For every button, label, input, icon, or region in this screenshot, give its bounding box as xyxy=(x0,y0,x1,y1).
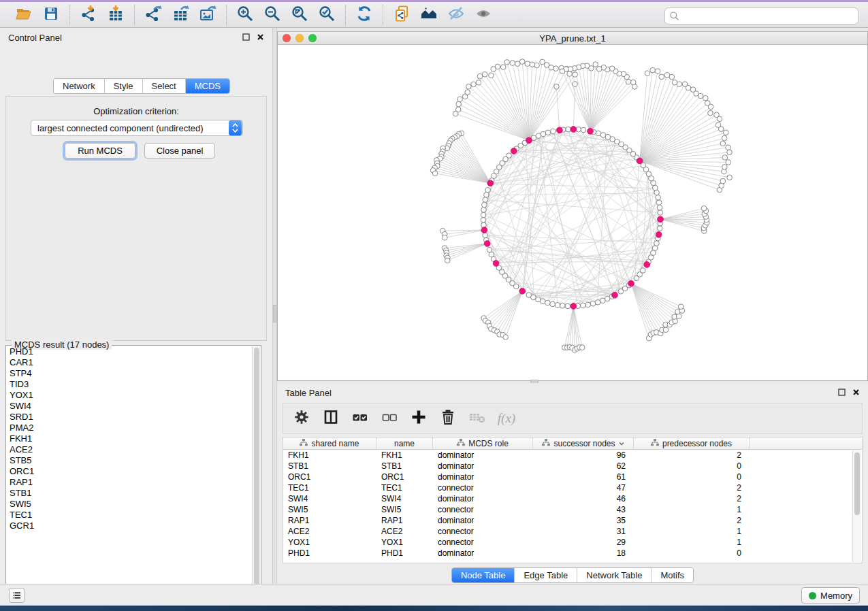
add-column-button[interactable] xyxy=(410,410,428,427)
first-neighbors-button[interactable] xyxy=(419,5,439,25)
import-network-button[interactable] xyxy=(78,5,99,25)
result-list-item[interactable]: RAP1 xyxy=(7,477,252,488)
table-cell[interactable]: 1 xyxy=(634,537,750,548)
result-list-item[interactable]: STB1 xyxy=(7,488,252,499)
copy-share-button[interactable] xyxy=(391,5,412,25)
table-cell[interactable]: ACE2 xyxy=(376,526,433,537)
table-row[interactable]: ACE2ACE2connector311 xyxy=(283,526,862,537)
table-cell[interactable]: dominator xyxy=(433,472,533,482)
tab-select[interactable]: Select xyxy=(142,79,185,93)
table-cell[interactable]: TEC1 xyxy=(283,482,376,493)
table-cell[interactable]: 96 xyxy=(533,450,634,461)
network-graph[interactable] xyxy=(278,45,867,380)
result-list-item[interactable]: SRD1 xyxy=(7,412,252,423)
table-cell[interactable]: 46 xyxy=(533,493,634,504)
table-cell[interactable]: 1 xyxy=(634,504,750,515)
result-list-item[interactable]: GCR1 xyxy=(7,521,252,531)
tab-network-table[interactable]: Network Table xyxy=(577,568,651,582)
table-cell[interactable]: 2 xyxy=(634,450,750,461)
result-list-item[interactable]: STB5 xyxy=(7,455,252,466)
tab-motifs[interactable]: Motifs xyxy=(651,568,693,582)
close-panel-icon[interactable] xyxy=(257,31,264,44)
table-row[interactable]: YOX1YOX1connector291 xyxy=(283,537,862,548)
table-cell[interactable]: SWI4 xyxy=(283,493,376,504)
table-cell[interactable]: SWI4 xyxy=(376,493,433,504)
table-cell[interactable]: dominator xyxy=(433,461,533,472)
delete-column-button[interactable] xyxy=(439,410,457,427)
table-cell[interactable]: 61 xyxy=(533,472,634,482)
table-cell[interactable]: 29 xyxy=(533,537,634,548)
tab-style[interactable]: Style xyxy=(104,79,142,93)
table-cell[interactable]: dominator xyxy=(433,515,533,526)
splitter-grip[interactable] xyxy=(273,305,276,323)
import-table-button[interactable] xyxy=(106,5,126,25)
export-table-button[interactable] xyxy=(170,5,191,25)
show-all-button[interactable] xyxy=(473,5,494,25)
table-cell[interactable]: dominator xyxy=(433,493,533,504)
float-panel-icon[interactable] xyxy=(242,31,250,44)
vertical-splitter[interactable] xyxy=(272,28,277,584)
network-canvas[interactable] xyxy=(278,45,867,380)
table-cell[interactable]: SWI5 xyxy=(283,504,376,515)
close-panel-button[interactable]: Close panel xyxy=(144,143,215,159)
refresh-button[interactable] xyxy=(354,5,374,25)
open-session-button[interactable] xyxy=(14,5,34,25)
result-list-scrollbar[interactable] xyxy=(252,346,260,597)
search-input[interactable] xyxy=(664,7,858,24)
table-cell[interactable]: RAP1 xyxy=(376,515,433,526)
result-list-item[interactable]: PHD1 xyxy=(7,346,252,357)
table-cell[interactable]: 2 xyxy=(634,493,750,504)
table-scrollbar[interactable] xyxy=(852,450,861,562)
export-network-button[interactable] xyxy=(143,5,163,25)
optimization-criterion-select[interactable]: largest connected component (undirected) xyxy=(31,120,243,136)
result-list-item[interactable]: ORC1 xyxy=(7,466,252,477)
table-cell[interactable]: 43 xyxy=(533,504,634,515)
table-cell[interactable]: connector xyxy=(433,537,533,548)
network-window-titlebar[interactable]: YPA_prune.txt_1 xyxy=(278,32,867,45)
column-header-name[interactable]: name xyxy=(376,437,433,449)
table-cell[interactable]: YOX1 xyxy=(283,537,376,548)
column-header-MCDS-role[interactable]: MCDS role xyxy=(433,437,533,449)
column-header-shared-name[interactable]: shared name xyxy=(283,437,376,449)
table-cell[interactable]: STB1 xyxy=(283,461,376,472)
zoom-fit-button[interactable] xyxy=(289,5,310,25)
table-cell[interactable]: 35 xyxy=(533,515,634,526)
column-header-predecessor-nodes[interactable]: predecessor nodes xyxy=(634,437,750,449)
table-cell[interactable]: PHD1 xyxy=(283,548,376,559)
tab-edge-table[interactable]: Edge Table xyxy=(514,568,577,582)
column-header-successor-nodes[interactable]: successor nodes xyxy=(533,437,634,449)
table-cell[interactable]: 1 xyxy=(634,526,750,537)
table-row[interactable]: SWI4SWI4dominator462 xyxy=(283,493,862,504)
table-row[interactable]: ORC1ORC1dominator610 xyxy=(283,472,862,482)
result-list-item[interactable]: STP4 xyxy=(7,368,252,379)
zoom-in-button[interactable] xyxy=(235,5,255,25)
memory-button[interactable]: Memory xyxy=(801,587,860,604)
result-list-item[interactable]: YOX1 xyxy=(7,390,252,401)
result-list-item[interactable]: ACE2 xyxy=(7,444,252,455)
table-cell[interactable]: SWI5 xyxy=(376,504,433,515)
table-cell[interactable]: YOX1 xyxy=(376,537,433,548)
table-row[interactable]: SWI5SWI5connector431 xyxy=(283,504,862,515)
gear-button[interactable] xyxy=(293,410,310,427)
table-cell[interactable]: 47 xyxy=(533,482,634,493)
table-cell[interactable]: dominator xyxy=(433,450,533,461)
table-cell[interactable]: 0 xyxy=(634,461,750,472)
tab-mcds[interactable]: MCDS xyxy=(185,79,229,93)
table-cell[interactable]: 31 xyxy=(533,526,634,537)
columns-button[interactable] xyxy=(322,410,340,427)
table-cell[interactable]: 18 xyxy=(533,548,634,559)
table-cell[interactable]: dominator xyxy=(433,548,533,559)
table-row[interactable]: STB1STB1dominator620 xyxy=(283,461,862,472)
tab-network[interactable]: Network xyxy=(54,79,104,93)
table-row[interactable]: FKH1FKH1dominator962 xyxy=(283,450,862,461)
close-table-panel-icon[interactable] xyxy=(852,386,860,399)
result-list-item[interactable]: TID3 xyxy=(7,379,252,390)
result-list-item[interactable]: PMA2 xyxy=(7,423,252,433)
table-cell[interactable]: connector xyxy=(433,482,533,493)
table-cell[interactable]: connector xyxy=(433,504,533,515)
table-cell[interactable]: ORC1 xyxy=(376,472,433,482)
table-cell[interactable]: 2 xyxy=(634,482,750,493)
table-cell[interactable]: 2 xyxy=(634,515,750,526)
mcds-result-list[interactable]: PHD1CAR1STP4TID3YOX1SWI4SRD1PMA2FKH1ACE2… xyxy=(7,346,252,597)
table-cell[interactable]: RAP1 xyxy=(283,515,376,526)
